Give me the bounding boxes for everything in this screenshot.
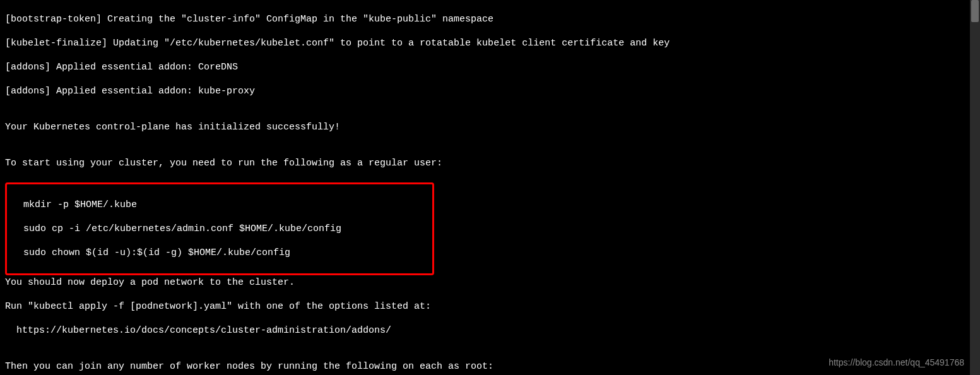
output-line: https://kubernetes.io/docs/concepts/clus… xyxy=(5,324,962,336)
output-line: Then you can join any number of worker n… xyxy=(5,360,962,372)
output-line: Run "kubectl apply -f [podnetwork].yaml"… xyxy=(5,301,962,312)
output-line: You should now deploy a pod network to t… xyxy=(5,277,962,289)
output-line: Your Kubernetes control-plane has initia… xyxy=(5,121,962,133)
command-line: mkdir -p $HOME/.kube xyxy=(12,199,427,211)
terminal-output[interactable]: [bootstrap-token] Creating the "cluster-… xyxy=(0,0,967,375)
output-line: [bootstrap-token] Creating the "cluster-… xyxy=(5,13,962,25)
vertical-scrollbar[interactable] xyxy=(970,0,980,375)
output-line: [addons] Applied essential addon: CoreDN… xyxy=(5,61,962,73)
output-line: [kubelet-finalize] Updating "/etc/kubern… xyxy=(5,37,962,49)
command-line: sudo chown $(id -u):$(id -g) $HOME/.kube… xyxy=(12,247,427,259)
scrollbar-thumb[interactable] xyxy=(971,0,979,22)
output-line: To start using your cluster, you need to… xyxy=(5,157,962,169)
highlight-box-user-setup: mkdir -p $HOME/.kube sudo cp -i /etc/kub… xyxy=(5,182,434,275)
command-line: sudo cp -i /etc/kubernetes/admin.conf $H… xyxy=(12,223,427,235)
output-line: [addons] Applied essential addon: kube-p… xyxy=(5,85,962,97)
watermark-text: https://blog.csdn.net/qq_45491768 xyxy=(829,357,964,369)
